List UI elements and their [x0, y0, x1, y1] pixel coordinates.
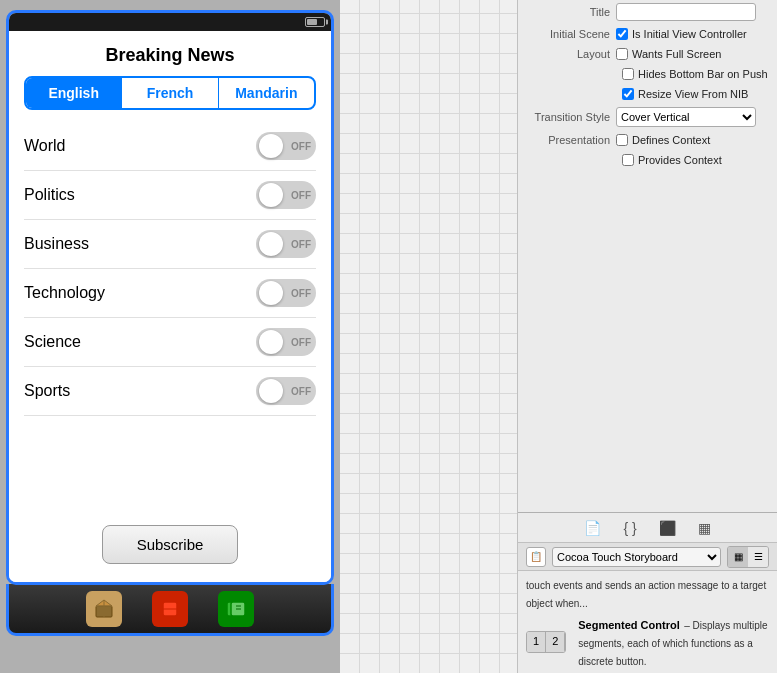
- title-label: Title: [526, 6, 616, 18]
- initial-scene-value: Is Initial View Controller: [632, 28, 747, 40]
- canvas-area: [340, 0, 517, 673]
- segment-mandarin[interactable]: Mandarin: [219, 78, 314, 108]
- transition-select[interactable]: Cover Vertical: [616, 107, 756, 127]
- description-area: touch events and sends an action message…: [518, 571, 777, 611]
- view-toggle: ▦ ☰: [727, 546, 769, 568]
- toolbar-icon-green[interactable]: [218, 591, 254, 627]
- toolbar-icon-tan[interactable]: [86, 591, 122, 627]
- toggle-label: OFF: [291, 386, 311, 397]
- defines-context-checkbox[interactable]: [616, 134, 628, 146]
- wants-fullscreen-checkbox[interactable]: [616, 48, 628, 60]
- toggle-knob: [259, 134, 283, 158]
- world-toggle[interactable]: OFF: [256, 132, 316, 160]
- subscribe-button[interactable]: Subscribe: [102, 525, 239, 564]
- segment-control[interactable]: English French Mandarin: [24, 76, 316, 110]
- news-sports-label: Sports: [24, 382, 70, 400]
- cube-icon: [93, 598, 115, 620]
- right-wrapper: Title Initial Scene Is Initial View Cont…: [340, 0, 777, 673]
- business-toggle[interactable]: OFF: [256, 230, 316, 258]
- grid-view-button[interactable]: ▦: [728, 547, 748, 567]
- iphone-content: Breaking News English French Mandarin Wo…: [9, 31, 331, 582]
- provides-context-checkbox[interactable]: [622, 154, 634, 166]
- politics-toggle[interactable]: OFF: [256, 181, 316, 209]
- list-item: World OFF: [24, 122, 316, 171]
- sports-toggle[interactable]: OFF: [256, 377, 316, 405]
- left-panel: Breaking News English French Mandarin Wo…: [0, 0, 340, 673]
- toggle-knob: [259, 183, 283, 207]
- app-title: Breaking News: [9, 31, 331, 76]
- seg-num-1: 1: [527, 632, 546, 652]
- news-science-label: Science: [24, 333, 81, 351]
- news-politics-label: Politics: [24, 186, 75, 204]
- hides-bottom-bar-label: Hides Bottom Bar on Push: [638, 68, 768, 80]
- provides-context-row: Provides Context: [614, 150, 777, 170]
- properties-panel: Title Initial Scene Is Initial View Cont…: [517, 0, 777, 673]
- segmented-widget-row: 1 2 Segmented Control – Displays multipl…: [518, 611, 777, 673]
- list-item: Technology OFF: [24, 269, 316, 318]
- toggle-knob: [259, 330, 283, 354]
- news-technology-label: Technology: [24, 284, 105, 302]
- list-item: Business OFF: [24, 220, 316, 269]
- bottom-toolbar: [6, 584, 334, 636]
- code-icon[interactable]: { }: [618, 518, 641, 538]
- right-bottom: 📄 { } ⬛ ▦ 📋 Cocoa Touch Storyboard ▦ ☰ t…: [518, 512, 777, 673]
- storyboard-bar: 📋 Cocoa Touch Storyboard ▦ ☰: [518, 543, 777, 571]
- transition-label: Transition Style: [526, 111, 616, 123]
- storyboard-icon: 📋: [526, 547, 546, 567]
- icon-toolbar: 📄 { } ⬛ ▦: [518, 513, 777, 543]
- segment-english[interactable]: English: [26, 78, 122, 108]
- toggle-label: OFF: [291, 141, 311, 152]
- segmented-title: Segmented Control: [578, 619, 679, 631]
- seg-num-2: 2: [546, 632, 565, 652]
- defines-context-row: Presentation Defines Context: [518, 130, 777, 150]
- title-input[interactable]: [616, 3, 756, 21]
- list-view-button[interactable]: ☰: [748, 547, 768, 567]
- toolbar-icon-red[interactable]: [152, 591, 188, 627]
- news-world-label: World: [24, 137, 66, 155]
- defines-context-label: Defines Context: [632, 134, 710, 146]
- presentation-label: Presentation: [526, 134, 616, 146]
- red-icon: [159, 598, 181, 620]
- resize-view-checkbox[interactable]: [622, 88, 634, 100]
- news-list: World OFF Politics OFF Business: [9, 122, 331, 505]
- battery-icon: [305, 17, 325, 27]
- initial-scene-label: Initial Scene: [526, 28, 616, 40]
- hides-bottom-bar-checkbox[interactable]: [622, 68, 634, 80]
- toggle-knob: [259, 232, 283, 256]
- list-item: Science OFF: [24, 318, 316, 367]
- description-text: touch events and sends an action message…: [526, 580, 766, 609]
- initial-scene-checkbox[interactable]: [616, 28, 628, 40]
- toggle-label: OFF: [291, 239, 311, 250]
- toggle-knob: [259, 379, 283, 403]
- technology-toggle[interactable]: OFF: [256, 279, 316, 307]
- iphone-frame: Breaking News English French Mandarin Wo…: [6, 10, 334, 585]
- initial-scene-row: Initial Scene Is Initial View Controller: [518, 24, 777, 44]
- battery-fill: [307, 19, 317, 25]
- resize-view-label: Resize View From NIB: [638, 88, 748, 100]
- subscribe-area: Subscribe: [9, 505, 331, 582]
- title-row: Title: [518, 0, 777, 24]
- list-item: Politics OFF: [24, 171, 316, 220]
- segment-french[interactable]: French: [122, 78, 218, 108]
- toggle-label: OFF: [291, 337, 311, 348]
- status-bar: [9, 13, 331, 31]
- news-business-label: Business: [24, 235, 89, 253]
- layout-label: Layout: [526, 48, 616, 60]
- grid-icon[interactable]: ▦: [693, 518, 716, 538]
- storyboard-select[interactable]: Cocoa Touch Storyboard: [552, 547, 721, 567]
- toggle-label: OFF: [291, 288, 311, 299]
- wants-fullscreen-label: Wants Full Screen: [632, 48, 721, 60]
- cube-small-icon[interactable]: ⬛: [654, 518, 681, 538]
- science-toggle[interactable]: OFF: [256, 328, 316, 356]
- toggle-knob: [259, 281, 283, 305]
- hides-bottom-bar-row: Hides Bottom Bar on Push: [614, 64, 777, 84]
- file-icon[interactable]: 📄: [579, 518, 606, 538]
- provides-context-label: Provides Context: [638, 154, 722, 166]
- green-icon: [225, 598, 247, 620]
- resize-view-row: Resize View From NIB: [614, 84, 777, 104]
- list-item: Sports OFF: [24, 367, 316, 416]
- toggle-label: OFF: [291, 190, 311, 201]
- segmented-preview: 1 2: [526, 631, 566, 653]
- wants-fullscreen-row: Layout Wants Full Screen: [518, 44, 777, 64]
- transition-row: Transition Style Cover Vertical: [518, 104, 777, 130]
